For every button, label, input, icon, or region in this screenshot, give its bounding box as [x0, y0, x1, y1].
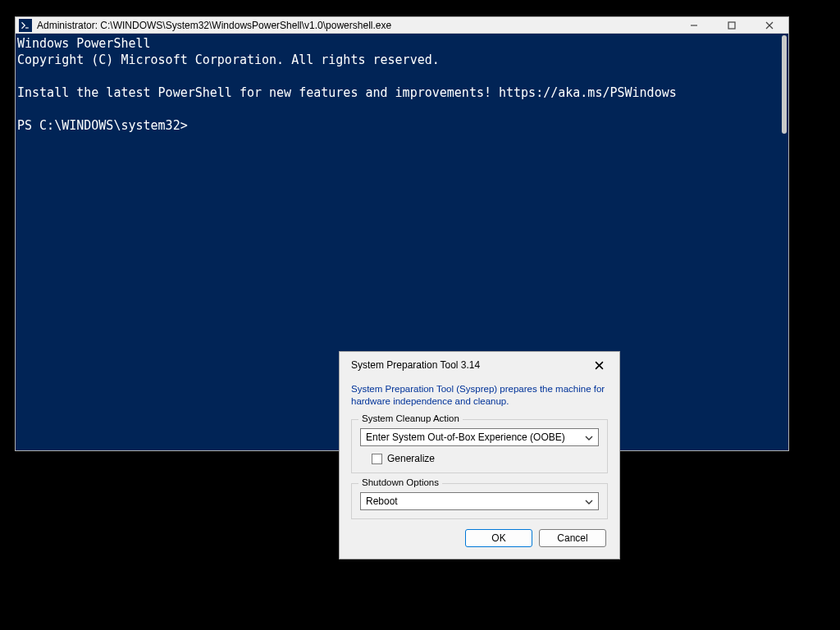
cleanup-fieldset: System Cleanup Action Enter System Out-o… — [351, 419, 608, 473]
cleanup-action-value: Enter System Out-of-Box Experience (OOBE… — [366, 431, 565, 443]
cancel-button-label: Cancel — [557, 532, 587, 544]
chevron-down-icon — [585, 495, 593, 507]
cleanup-action-select[interactable]: Enter System Out-of-Box Experience (OOBE… — [360, 428, 599, 446]
shutdown-legend: Shutdown Options — [358, 477, 442, 487]
sysprep-titlebar[interactable]: System Preparation Tool 3.14 — [340, 352, 619, 378]
shutdown-fieldset: Shutdown Options Reboot — [351, 483, 608, 519]
minimize-button[interactable] — [675, 17, 713, 34]
sysprep-dialog: System Preparation Tool 3.14 System Prep… — [339, 351, 620, 559]
powershell-title: Administrator: C:\WINDOWS\System32\Windo… — [37, 20, 675, 31]
ok-button[interactable]: OK — [465, 529, 532, 547]
cancel-button[interactable]: Cancel — [539, 529, 606, 547]
svg-rect-1 — [728, 22, 735, 29]
scrollbar[interactable] — [782, 35, 787, 134]
generalize-checkbox[interactable] — [372, 454, 382, 464]
chevron-down-icon — [585, 431, 593, 443]
powershell-titlebar[interactable]: Administrator: C:\WINDOWS\System32\Windo… — [16, 17, 788, 34]
close-button[interactable] — [751, 17, 788, 34]
shutdown-option-value: Reboot — [366, 495, 398, 507]
ok-button-label: OK — [491, 532, 505, 544]
shutdown-option-select[interactable]: Reboot — [360, 492, 599, 510]
generalize-label: Generalize — [387, 453, 435, 464]
cleanup-legend: System Cleanup Action — [358, 413, 463, 423]
powershell-icon — [19, 19, 32, 32]
sysprep-title: System Preparation Tool 3.14 — [351, 359, 588, 371]
terminal-line: Install the latest PowerShell for new fe… — [17, 85, 677, 100]
terminal-line: Copyright (C) Microsoft Corporation. All… — [17, 52, 440, 67]
sysprep-intro: System Preparation Tool (Sysprep) prepar… — [351, 383, 608, 408]
close-button[interactable] — [588, 354, 609, 376]
terminal-prompt: PS C:\WINDOWS\system32> — [17, 118, 188, 133]
maximize-button[interactable] — [713, 17, 751, 34]
terminal-line: Windows PowerShell — [17, 36, 151, 51]
